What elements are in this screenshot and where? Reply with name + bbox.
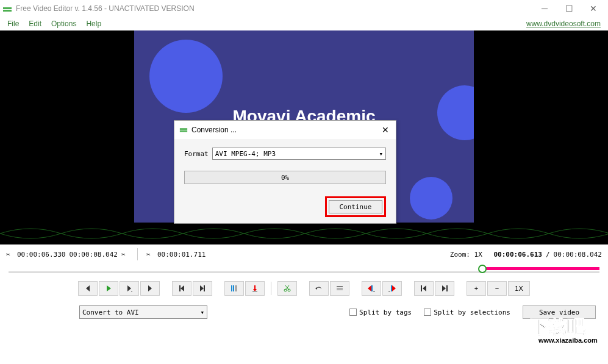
cut-button[interactable] (277, 281, 297, 296)
svg-rect-15 (373, 291, 375, 291)
site-link[interactable]: www.dvdvideosoft.com (526, 20, 601, 28)
menu-options[interactable]: Options (46, 18, 81, 29)
zoom-in-button[interactable]: + (467, 281, 486, 296)
maximize-button[interactable]: ☐ (557, 0, 581, 17)
mark-start-button[interactable] (224, 281, 244, 296)
svg-rect-2 (131, 291, 132, 291)
invert-left-button[interactable] (362, 281, 381, 296)
selection-range (482, 267, 599, 270)
app-icon (2, 4, 12, 13)
svg-rect-16 (388, 291, 390, 291)
chevron-down-icon: ▾ (379, 150, 383, 158)
divider (271, 282, 271, 295)
conversion-dialog: Conversion ... ✕ Format AVI MPEG-4; MP3 … (174, 120, 396, 224)
output-format-select[interactable]: Convert to AVI ▾ (79, 305, 207, 319)
total-time: 00:00:08.042 (554, 251, 602, 259)
mark-end-button[interactable] (245, 281, 265, 296)
svg-rect-17 (391, 285, 392, 291)
selection-duration: 00:00:01.711 (157, 251, 206, 259)
playhead[interactable] (478, 265, 487, 273)
rewind-button[interactable] (78, 281, 98, 296)
svg-rect-3 (179, 285, 181, 291)
svg-rect-13 (337, 290, 343, 290)
continue-label: Continue (340, 203, 372, 211)
split-by-selections-label: Split by selections (434, 309, 510, 316)
split-by-tags-checkbox[interactable]: Split by tags (349, 309, 412, 316)
svg-rect-19 (446, 285, 448, 291)
svg-text:www.xiazaiba.com: www.xiazaiba.com (538, 337, 598, 344)
svg-rect-14 (371, 285, 373, 291)
app-icon (179, 125, 188, 135)
menu-edit[interactable]: Edit (24, 18, 46, 29)
progress-text: 0% (281, 174, 289, 182)
svg-rect-20 (180, 128, 187, 130)
format-select[interactable]: AVI MPEG-4; MP3 ▾ (212, 148, 386, 160)
menubar: File Edit Options Help www.dvdvideosoft.… (0, 17, 608, 30)
zoom-out-button[interactable]: − (487, 281, 507, 296)
scissors-icon: ✂ (6, 251, 13, 259)
svg-rect-21 (180, 130, 187, 132)
svg-rect-18 (421, 285, 422, 291)
waveform[interactable] (0, 223, 608, 244)
dialog-titlebar[interactable]: Conversion ... ✕ (174, 121, 396, 139)
svg-rect-11 (337, 286, 343, 287)
goto-end-button[interactable] (435, 281, 454, 296)
split-by-selections-checkbox[interactable]: Split by selections (424, 309, 510, 316)
split-by-tags-label: Split by tags (359, 309, 412, 316)
list-button[interactable] (330, 281, 349, 296)
skip-start-button[interactable] (172, 281, 191, 296)
svg-rect-8 (252, 291, 257, 291)
svg-rect-1 (3, 10, 12, 12)
play-button[interactable] (99, 281, 118, 296)
invert-right-button[interactable] (382, 281, 402, 296)
skip-end-button[interactable] (193, 281, 212, 296)
dialog-title: Conversion ... (191, 126, 380, 134)
current-time: 00:00:06.613 (493, 251, 542, 259)
format-value: AVI MPEG-4; MP3 (215, 150, 276, 158)
svg-rect-12 (337, 288, 343, 288)
selection-end-time: 00:00:08.042 (69, 251, 117, 259)
svg-rect-7 (235, 285, 237, 291)
format-label: Format (184, 150, 209, 158)
dialog-close-button[interactable]: ✕ (380, 124, 391, 135)
zoom-label: Zoom: 1X (450, 251, 482, 259)
close-button[interactable]: ✕ (581, 0, 606, 17)
decorative-circle (437, 85, 474, 140)
bottom-bar: Convert to AVI ▾ Split by tags Split by … (0, 301, 608, 324)
window-title: Free Video Editor v. 1.4.56 - UNACTIVATE… (16, 4, 532, 13)
svg-text:下载吧: 下载吧 (530, 316, 586, 337)
scissors-icon: ✂ (146, 251, 154, 259)
titlebar: Free Video Editor v. 1.4.56 - UNACTIVATE… (0, 0, 608, 17)
transport-controls: + − 1X (0, 276, 608, 301)
forward-button[interactable] (140, 281, 160, 296)
scissors-icon: ✂ (121, 251, 129, 259)
checkbox-icon (424, 309, 431, 316)
timecode-row: ✂ 00:00:06.330 00:00:08.042 ✂ ✂ 00:00:01… (0, 244, 608, 264)
undo-button[interactable] (309, 281, 329, 296)
window-controls: ─ ☐ ✕ (532, 0, 606, 17)
watermark: 下载吧 www.xiazaiba.com (528, 315, 607, 348)
progress-bar: 0% (184, 171, 386, 184)
svg-rect-4 (204, 285, 205, 291)
svg-rect-6 (233, 285, 234, 291)
decorative-circle (410, 177, 452, 219)
goto-start-button[interactable] (414, 281, 434, 296)
highlight-box: Continue (325, 196, 386, 217)
step-forward-button[interactable] (120, 281, 139, 296)
selection-start-time: 00:00:06.330 (17, 251, 65, 259)
minimize-button[interactable]: ─ (532, 0, 557, 17)
output-format-value: Convert to AVI (82, 309, 139, 316)
timeline-slider[interactable] (0, 264, 608, 276)
decorative-circle (149, 40, 223, 113)
divider (137, 248, 138, 260)
menu-help[interactable]: Help (81, 18, 106, 29)
svg-rect-0 (3, 7, 12, 9)
checkbox-icon (349, 309, 357, 316)
continue-button[interactable]: Continue (329, 200, 382, 213)
svg-rect-5 (231, 285, 232, 291)
zoom-level-button[interactable]: 1X (508, 281, 530, 296)
chevron-down-icon: ▾ (200, 309, 204, 316)
time-separator: / (546, 251, 550, 259)
menu-file[interactable]: File (2, 18, 24, 29)
